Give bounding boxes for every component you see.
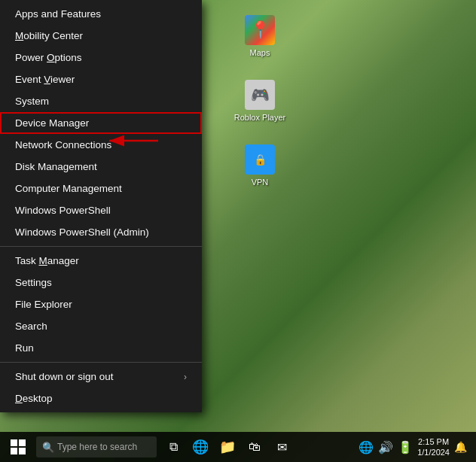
desktop-icon-vpn[interactable]: 🔒 VPN bbox=[233, 144, 286, 187]
vpn-label: VPN bbox=[252, 178, 269, 187]
menu-label: Network Connections bbox=[15, 139, 111, 150]
system-clock[interactable]: 2:15 PM 1/1/2024 bbox=[417, 436, 450, 458]
mail-button[interactable]: ✉ bbox=[270, 435, 294, 459]
menu-label: Computer Management bbox=[15, 183, 122, 194]
menu-item-search[interactable]: Search bbox=[0, 315, 202, 337]
maps-label: Maps bbox=[250, 48, 270, 57]
submenu-arrow-icon: › bbox=[184, 372, 187, 382]
menu-item-computer-management[interactable]: Computer Management bbox=[0, 178, 202, 199]
menu-label: Device Manager bbox=[15, 117, 89, 129]
menu-label: Desktop bbox=[15, 393, 53, 404]
battery-icon[interactable]: 🔋 bbox=[398, 440, 413, 454]
menu-label: Disk Management bbox=[15, 161, 97, 172]
menu-label: Settings bbox=[15, 277, 52, 288]
menu-item-disk-management[interactable]: Disk Management bbox=[0, 156, 202, 178]
menu-label: Apps and Features bbox=[15, 8, 101, 20]
windows-logo-icon bbox=[11, 439, 26, 454]
network-icon[interactable]: 🌐 bbox=[359, 440, 374, 454]
menu-item-desktop[interactable]: Desktop bbox=[0, 388, 202, 409]
maps-icon: 📍 bbox=[245, 15, 275, 45]
menu-item-system[interactable]: System bbox=[0, 90, 202, 112]
desktop-icon-maps[interactable]: 📍 Maps bbox=[233, 15, 286, 57]
menu-label: File Explorer bbox=[15, 299, 72, 310]
menu-divider-2 bbox=[0, 362, 202, 363]
menu-divider-1 bbox=[0, 246, 202, 247]
context-menu: Apps and Features Mobility Center Power … bbox=[0, 0, 202, 412]
mail-icon: ✉ bbox=[277, 440, 287, 454]
menu-label: Shut down or sign out bbox=[15, 371, 114, 382]
task-view-button[interactable]: ⧉ bbox=[161, 435, 185, 459]
menu-label: Task Manager bbox=[15, 255, 79, 266]
menu-item-windows-powershell[interactable]: Windows PowerShell bbox=[0, 199, 202, 221]
menu-item-task-manager[interactable]: Task Manager bbox=[0, 250, 202, 272]
menu-item-network-connections[interactable]: Network Connections bbox=[0, 134, 202, 156]
roblox-label: Roblox Player bbox=[234, 113, 285, 122]
store-button[interactable]: 🛍 bbox=[243, 435, 267, 459]
menu-label: Windows PowerShell (Admin) bbox=[15, 226, 149, 238]
menu-item-run[interactable]: Run bbox=[0, 337, 202, 359]
taskbar-tray: 🌐 🔊 🔋 2:15 PM 1/1/2024 🔔 bbox=[359, 436, 473, 458]
menu-item-windows-powershell-admin[interactable]: Windows PowerShell (Admin) bbox=[0, 221, 202, 243]
desktop-icon-roblox[interactable]: 🎮 Roblox Player bbox=[233, 80, 286, 122]
store-icon: 🛍 bbox=[249, 440, 261, 454]
clock-time: 2:15 PM bbox=[417, 436, 450, 447]
menu-item-shut-down[interactable]: Shut down or sign out › bbox=[0, 366, 202, 388]
menu-item-event-viewer[interactable]: Event Viewer bbox=[0, 68, 202, 90]
desktop-icons-area: 📍 Maps 🎮 Roblox Player 🔒 VPN bbox=[203, 0, 476, 436]
start-button[interactable] bbox=[3, 432, 33, 462]
menu-item-power-options[interactable]: Power Options bbox=[0, 47, 202, 68]
task-view-icon: ⧉ bbox=[169, 440, 178, 454]
file-explorer-button[interactable]: 📁 bbox=[215, 435, 240, 459]
menu-label: System bbox=[15, 96, 49, 107]
file-explorer-icon: 📁 bbox=[219, 439, 236, 455]
menu-item-file-explorer[interactable]: File Explorer bbox=[0, 293, 202, 315]
roblox-icon: 🎮 bbox=[245, 80, 275, 110]
menu-label: Windows PowerShell bbox=[15, 205, 111, 216]
search-placeholder: Type here to search bbox=[57, 442, 137, 452]
edge-icon: 🌐 bbox=[192, 439, 209, 455]
menu-label: Mobility Center bbox=[15, 30, 83, 41]
menu-item-mobility-center[interactable]: Mobility Center bbox=[0, 25, 202, 47]
menu-label: Power Options bbox=[15, 52, 82, 63]
taskbar-search[interactable]: 🔍 Type here to search bbox=[36, 436, 157, 457]
volume-icon[interactable]: 🔊 bbox=[378, 440, 393, 454]
menu-item-apps-features[interactable]: Apps and Features bbox=[0, 3, 202, 25]
notification-icon[interactable]: 🔔 bbox=[454, 441, 467, 453]
menu-label: Search bbox=[15, 321, 47, 332]
menu-label: Run bbox=[15, 342, 34, 354]
taskbar: 🔍 Type here to search ⧉ 🌐 📁 🛍 ✉ 🌐 🔊 🔋 2:… bbox=[0, 432, 476, 462]
vpn-icon: 🔒 bbox=[245, 144, 275, 175]
menu-label: Event Viewer bbox=[15, 74, 75, 85]
search-icon: 🔍 bbox=[42, 442, 54, 453]
clock-date: 1/1/2024 bbox=[417, 447, 450, 457]
menu-item-settings[interactable]: Settings bbox=[0, 272, 202, 293]
edge-button[interactable]: 🌐 bbox=[188, 435, 212, 459]
menu-item-device-manager[interactable]: Device Manager bbox=[0, 112, 202, 134]
